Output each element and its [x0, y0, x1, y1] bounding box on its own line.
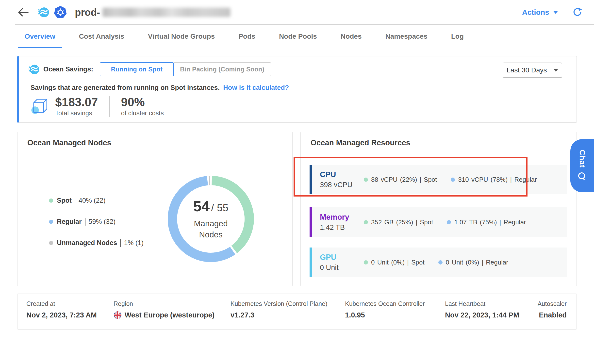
nodes-legend: Spot 40% (22) Regular 59% (32) Unmanaged…	[49, 197, 144, 247]
cpu-resource-row: CPU 398 vCPU 88 vCPU (22%) | Spot 310 vC…	[310, 165, 567, 194]
chevron-down-icon	[553, 11, 558, 14]
cluster-info-bar: Created at Nov 2, 2023, 7:23 AM Region W…	[17, 294, 577, 330]
running-on-spot-toggle[interactable]: Running on Spot	[100, 62, 174, 76]
divider	[27, 157, 282, 157]
regular-dot-icon	[447, 220, 451, 224]
memory-spot-metric: 352 GB (25%) | Spot	[364, 218, 433, 226]
managed-nodes-donut: 54/ 55 Managed Nodes	[168, 176, 254, 262]
memory-regular-metric: 1.07 TB (75%) | Regular	[447, 218, 526, 226]
savings-cube-icon	[30, 96, 49, 116]
donut-label: Managed Nodes	[194, 218, 228, 240]
gpu-resource-row: GPU 0 Unit 0 Unit (0%) | Spot 0 Unit (0%…	[310, 248, 567, 277]
period-dropdown-value: Last 30 Days	[507, 66, 547, 74]
total-savings-stat: $183.07 Total savings	[55, 95, 98, 117]
autoscaler-field: Autoscaler Enabled	[538, 300, 567, 319]
chat-label: Chat	[578, 150, 587, 168]
back-button[interactable]	[18, 8, 29, 17]
page-title: prod-	[75, 7, 231, 18]
gpu-regular-metric: 0 Unit (0%) | Regular	[438, 259, 508, 266]
divider	[120, 239, 121, 247]
ocean-managed-nodes-card: Ocean Managed Nodes Spot 40% (22) Regula…	[17, 132, 293, 286]
cpu-accent-bar	[310, 165, 312, 194]
bin-packing-toggle[interactable]: Bin Packing (Coming Soon)	[173, 62, 271, 76]
tab-pods[interactable]: Pods	[238, 25, 255, 48]
chat-button[interactable]: Chat	[570, 139, 594, 192]
ocean-controller-field: Kubernetes Ocean Controller 1.0.95	[345, 300, 425, 319]
ocean-cluster-overview-page: prod- Actions Overview Cost Analysis Vir…	[0, 0, 594, 364]
managed-count: 54	[193, 198, 210, 215]
gpu-spot-metric: 0 Unit (0%) | Spot	[364, 259, 425, 266]
ocean-savings-card: Ocean Savings: Running on Spot Bin Packi…	[17, 56, 577, 123]
total-count: / 55	[211, 202, 228, 214]
last-heartbeat-field: Last Heartbeat Nov 22, 2023, 1:44 PM	[445, 300, 519, 319]
ocean-logo-icon	[37, 6, 49, 18]
header: prod- Actions	[0, 0, 594, 25]
donut-center-text: 54/ 55 Managed Nodes	[168, 176, 254, 262]
cpu-total: 398 vCPU	[320, 181, 364, 189]
redacted-cluster-name	[102, 8, 231, 17]
managed-resources-title: Ocean Managed Resources	[311, 138, 410, 147]
cpu-label: CPU	[320, 170, 364, 179]
header-actions: Actions	[522, 0, 582, 25]
cpu-regular-metric: 310 vCPU (78%) | Regular	[451, 176, 537, 183]
ocean-wave-icon	[28, 64, 39, 75]
tab-nodes[interactable]: Nodes	[341, 25, 362, 48]
memory-label: Memory	[320, 213, 364, 222]
how-calculated-link[interactable]: How is it calculated?	[223, 84, 289, 91]
memory-accent-bar	[310, 207, 312, 237]
ocean-savings-header: Ocean Savings: Running on Spot Bin Packi…	[28, 62, 271, 76]
tab-overview[interactable]: Overview	[25, 25, 55, 48]
cluster-cost-label: of cluster costs	[121, 109, 164, 117]
refresh-icon	[572, 7, 582, 17]
regular-dot-icon	[438, 260, 443, 265]
created-at-field: Created at Nov 2, 2023, 7:23 AM	[26, 300, 97, 319]
divider	[75, 197, 75, 204]
cluster-cost-percent: 90%	[121, 95, 164, 109]
legend-item-regular: Regular 59% (32)	[49, 218, 144, 226]
cpu-spot-metric: 88 vCPU (22%) | Spot	[364, 176, 437, 183]
spot-dot-icon	[364, 178, 368, 182]
back-arrow-icon	[18, 8, 29, 17]
tab-virtual-node-groups[interactable]: Virtual Node Groups	[148, 25, 215, 48]
chat-bubble-icon	[577, 171, 587, 182]
savings-description: Savings that are generated from running …	[31, 84, 289, 92]
managed-nodes-title: Ocean Managed Nodes	[27, 138, 111, 147]
actions-button[interactable]: Actions	[522, 8, 558, 17]
regular-dot-icon	[49, 220, 53, 224]
cluster-cost-stat: 90% of cluster costs	[121, 95, 164, 117]
ocean-managed-resources-card: Ocean Managed Resources CPU 398 vCPU 88 …	[300, 132, 577, 286]
divider	[85, 218, 85, 226]
tab-bar: Overview Cost Analysis Virtual Node Grou…	[0, 25, 594, 48]
k8s-version-field: Kubernetes Version (Control Plane) v1.27…	[231, 300, 327, 319]
chevron-down-icon	[553, 69, 558, 72]
spot-dot-icon	[364, 260, 368, 265]
total-savings-value: $183.07	[55, 95, 98, 109]
unmanaged-dot-icon	[49, 241, 53, 245]
tab-cost-analysis[interactable]: Cost Analysis	[79, 25, 124, 48]
kubernetes-logo-icon	[54, 6, 67, 19]
gpu-label: GPU	[320, 253, 364, 262]
tab-namespaces[interactable]: Namespaces	[385, 25, 427, 48]
refresh-button[interactable]	[572, 7, 582, 17]
divider	[311, 157, 567, 157]
memory-total: 1.42 TB	[320, 223, 364, 232]
stat-divider	[109, 96, 110, 117]
gpu-accent-bar	[310, 248, 312, 277]
ocean-savings-label: Ocean Savings:	[43, 66, 93, 73]
gpu-total: 0 Unit	[320, 264, 364, 272]
tab-node-pools[interactable]: Node Pools	[279, 25, 317, 48]
legend-item-unmanaged: Unmanaged Nodes 1% (1)	[49, 239, 144, 247]
total-savings-label: Total savings	[55, 109, 98, 117]
autoscaler-status: Enabled	[538, 311, 567, 319]
uk-flag-icon	[114, 311, 122, 319]
memory-resource-row: Memory 1.42 TB 352 GB (25%) | Spot 1.07 …	[310, 207, 567, 237]
savings-stats: $183.07 Total savings 90% of cluster cos…	[30, 95, 164, 117]
legend-item-spot: Spot 40% (22)	[49, 197, 144, 204]
regular-dot-icon	[451, 178, 455, 182]
tab-log[interactable]: Log	[451, 25, 464, 48]
period-dropdown[interactable]: Last 30 Days	[503, 63, 562, 78]
region-field: Region West Europe (westeurope)	[114, 300, 214, 319]
spot-dot-icon	[49, 199, 53, 203]
spot-dot-icon	[364, 220, 368, 224]
